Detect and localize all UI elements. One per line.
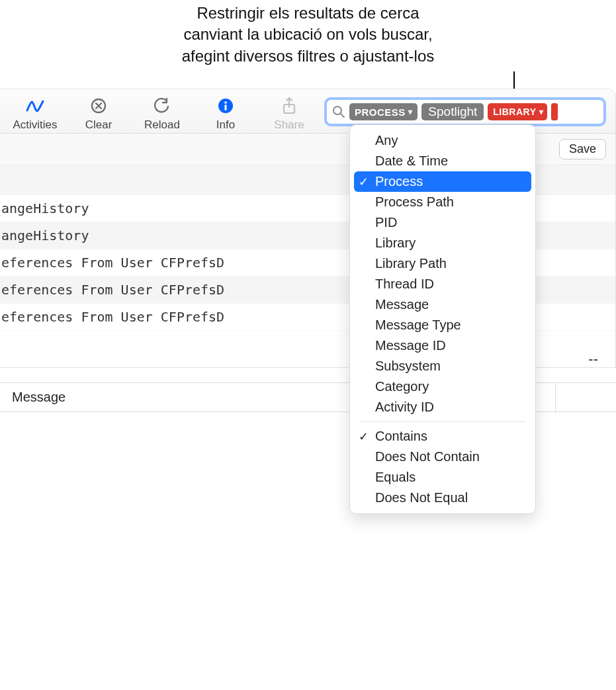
menu-item-process-path[interactable]: Process Path xyxy=(350,192,535,212)
reload-button[interactable]: Reload xyxy=(134,96,191,132)
checkmark-icon: ✓ xyxy=(357,175,370,189)
callout-caption: Restringir els resultats de cerca canvia… xyxy=(0,0,616,67)
menu-item-subsystem[interactable]: Subsystem xyxy=(350,356,535,376)
menu-item-library[interactable]: Library xyxy=(350,233,535,253)
filter-token-process-label: PROCESS xyxy=(355,107,406,118)
menu-item-thread-id[interactable]: Thread ID xyxy=(350,274,535,294)
menu-item-label: PID xyxy=(375,215,397,230)
menu-item-contains[interactable]: ✓Contains xyxy=(350,426,535,447)
menu-item-label: Contains xyxy=(375,429,427,444)
save-button[interactable]: Save xyxy=(559,139,606,159)
filter-dropdown-menu: AnyDate & Time✓ProcessProcess PathPIDLib… xyxy=(349,124,536,514)
menu-separator xyxy=(359,421,526,422)
filter-token-library-continuation xyxy=(551,103,558,120)
menu-item-does-not-contain[interactable]: Does Not Contain xyxy=(350,447,535,467)
filter-token-library[interactable]: LIBRARY ▾ xyxy=(488,103,547,120)
menu-item-label: Process Path xyxy=(375,194,454,210)
menu-item-label: Message Type xyxy=(375,318,461,333)
menu-item-label: Subsystem xyxy=(375,359,441,374)
clear-label: Clear xyxy=(85,118,112,132)
menu-item-library-path[interactable]: Library Path xyxy=(350,253,535,274)
activities-button[interactable]: Activities xyxy=(7,96,64,132)
search-icon xyxy=(332,105,345,118)
chevron-down-icon: ▾ xyxy=(408,108,413,116)
menu-item-label: Activity ID xyxy=(375,400,434,415)
menu-item-label: Process xyxy=(375,174,423,189)
menu-item-category[interactable]: Category xyxy=(350,376,535,397)
menu-item-process[interactable]: ✓Process xyxy=(354,171,531,192)
share-label: Share xyxy=(274,118,304,132)
menu-item-label: Library Path xyxy=(375,256,447,271)
menu-item-message[interactable]: Message xyxy=(350,294,535,315)
menu-item-any[interactable]: Any xyxy=(350,130,535,151)
filter-value-spotlight[interactable]: Spotlight xyxy=(421,103,484,120)
menu-item-label: Date & Time xyxy=(375,153,448,169)
menu-item-label: Message ID xyxy=(375,338,446,353)
share-icon xyxy=(281,96,297,116)
svg-point-5 xyxy=(333,107,341,114)
menu-item-date-time[interactable]: Date & Time xyxy=(350,151,535,171)
menu-item-label: Thread ID xyxy=(375,277,434,292)
clear-icon xyxy=(90,96,107,116)
menu-item-message-type[interactable]: Message Type xyxy=(350,315,535,335)
menu-item-label: Any xyxy=(375,133,398,148)
menu-item-label: Does Not Contain xyxy=(375,449,480,464)
activities-label: Activities xyxy=(13,118,57,132)
reload-icon xyxy=(154,96,171,116)
svg-point-2 xyxy=(224,101,227,104)
info-label: Info xyxy=(216,118,235,132)
menu-item-label: Equals xyxy=(375,470,416,485)
clear-button[interactable]: Clear xyxy=(70,96,127,132)
menu-item-message-id[interactable]: Message ID xyxy=(350,335,535,356)
menu-item-label: Message xyxy=(375,297,429,312)
share-button[interactable]: Share xyxy=(261,96,318,132)
search-field[interactable]: PROCESS ▾ Spotlight LIBRARY ▾ xyxy=(324,97,606,126)
menu-item-does-not-equal[interactable]: Does Not Equal xyxy=(350,488,535,508)
detail-placeholder: -- xyxy=(588,351,598,368)
reload-label: Reload xyxy=(144,118,180,132)
menu-item-activity-id[interactable]: Activity ID xyxy=(350,397,535,417)
menu-item-label: Category xyxy=(375,379,429,394)
info-icon xyxy=(217,96,234,116)
menu-item-equals[interactable]: Equals xyxy=(350,467,535,488)
filter-token-library-label: LIBRARY xyxy=(493,107,536,117)
info-button[interactable]: Info xyxy=(197,96,254,132)
menu-item-label: Library xyxy=(375,236,416,251)
chevron-down-icon: ▾ xyxy=(539,108,544,116)
menu-item-label: Does Not Equal xyxy=(375,490,468,505)
filter-token-process[interactable]: PROCESS ▾ xyxy=(349,103,418,120)
activities-icon xyxy=(25,96,45,116)
column-divider xyxy=(555,382,556,413)
svg-rect-3 xyxy=(225,105,227,110)
checkmark-icon: ✓ xyxy=(357,429,370,444)
menu-item-pid[interactable]: PID xyxy=(350,212,535,233)
